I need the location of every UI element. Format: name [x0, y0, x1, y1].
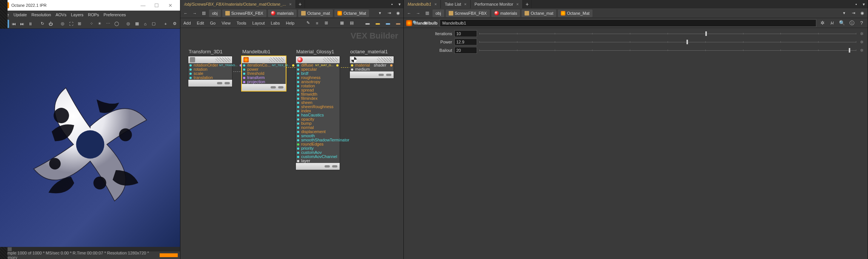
box2-icon[interactable]: ▬ [396, 21, 400, 25]
tab-close-icon[interactable]: × [289, 2, 291, 6]
pane-max-icon[interactable]: ▾ [396, 2, 403, 7]
param-slider[interactable] [479, 31, 856, 36]
crumb-octane-mat[interactable]: Octane_mat [522, 9, 556, 17]
home-icon[interactable]: ⌂ [142, 20, 149, 28]
box-icon[interactable]: ▢ [150, 20, 157, 28]
menu-go[interactable]: Go [210, 21, 216, 25]
target-icon[interactable]: ◎ [59, 20, 66, 28]
tab-takelist[interactable]: Take List× [441, 0, 471, 8]
filter-icon[interactable]: 🔍 [838, 20, 846, 26]
gears-icon[interactable]: ⚙ [171, 20, 179, 28]
crumb-octane-mat[interactable]: Octane_mat [298, 9, 333, 17]
crumb-screwsfbx[interactable]: ScrewsFBX_FBX [222, 9, 266, 17]
refresh-icon[interactable]: ↻ [38, 20, 46, 28]
param-value-input[interactable] [454, 39, 477, 45]
tab-close-icon[interactable]: × [434, 2, 437, 6]
crumb-octane-mat2[interactable]: Octane_Mat [558, 9, 593, 17]
tab-add-button[interactable]: + [523, 0, 532, 8]
pane-max-icon[interactable]: ▾ [860, 2, 868, 7]
tab-close-icon[interactable]: × [464, 2, 466, 6]
camera-icon[interactable]: ◉ [424, 20, 428, 25]
skip-back-icon[interactable]: ⏮ [10, 20, 17, 28]
tab-node-editor[interactable]: /obj/ScrewsFBX_FBX/materials/Octane_mat/… [180, 0, 296, 8]
grid-view-icon[interactable]: ▦ [340, 20, 344, 25]
menu-resolution[interactable]: Resolution [31, 12, 51, 17]
crumb-obj[interactable]: obj [432, 9, 444, 17]
power-icon[interactable]: ⏻ [47, 20, 54, 28]
param-value-input[interactable] [454, 47, 477, 54]
nav-fwd-icon[interactable]: → [414, 9, 422, 17]
node-name-input[interactable] [440, 19, 816, 27]
flag2-icon[interactable]: ▬ [386, 21, 390, 25]
capture-icon[interactable]: ◉ [394, 9, 402, 17]
node-material-glossy[interactable]: Material_Glossy1 diffuseNT_MAT_G...specu… [295, 49, 340, 170]
menu-edit[interactable]: Edit [197, 21, 204, 25]
pin-icon[interactable]: ⇥ [385, 9, 393, 17]
nav-back-icon[interactable]: ← [405, 9, 413, 17]
wand-icon[interactable]: ✎ [306, 20, 310, 25]
menu-labs[interactable]: Labs [271, 21, 280, 25]
grid-icon[interactable]: ▦ [133, 20, 141, 28]
circle-icon[interactable]: ◯ [113, 20, 120, 28]
pause-icon[interactable]: ⏸ [27, 20, 34, 28]
menu-rops[interactable]: ROPs [88, 12, 99, 17]
menu-tools[interactable]: Tools [237, 21, 246, 25]
nav-hier-icon[interactable]: ▥ [200, 9, 208, 17]
h-icon[interactable]: H [828, 20, 836, 26]
minimize-button[interactable]: — [136, 3, 150, 8]
help-icon[interactable]: ? [858, 20, 865, 26]
param-slider[interactable] [479, 48, 856, 53]
node-param[interactable]: projection [242, 80, 286, 84]
param-slider[interactable] [479, 39, 856, 45]
node-octane-material[interactable]: octane_material1 materialshadermedium [349, 49, 394, 79]
param-gear-icon[interactable]: ✲ [859, 40, 865, 45]
node-canvas[interactable]: VEX Builder Transform_3D1 rotationOrderN… [180, 28, 403, 259]
render-viewport[interactable] [0, 29, 180, 247]
skip-fwd-icon[interactable]: ⏭ [18, 20, 26, 28]
param-value-input[interactable] [454, 30, 477, 37]
node-mandelbulb[interactable]: Mandelbulb1 iterationCo...NT_TEX_M...pow… [242, 49, 286, 91]
ring-icon[interactable]: ◎ [125, 20, 132, 28]
flag1-icon[interactable]: ▬ [366, 21, 370, 25]
list-icon[interactable]: ≡ [316, 21, 318, 25]
pane-menu-icon[interactable]: ▪ [388, 2, 396, 6]
node-param[interactable]: layer [296, 159, 340, 163]
tab-add-button[interactable]: + [296, 0, 305, 8]
crumb-screwsfbx[interactable]: ScrewsFBX_FBX [446, 9, 490, 17]
expand-icon[interactable]: ⛶ [67, 20, 75, 28]
nav-back-icon[interactable]: ← [182, 9, 189, 17]
sun-icon[interactable]: ☀ [96, 20, 103, 28]
list-view-icon[interactable]: ▤ [350, 20, 354, 25]
menu-view[interactable]: View [222, 21, 231, 25]
param-gear-icon[interactable]: ✲ [859, 48, 865, 53]
maximize-button[interactable]: ☐ [150, 3, 163, 8]
menu-help[interactable]: Help [286, 21, 294, 25]
add-icon[interactable]: ⊞ [75, 20, 83, 28]
menu-aovs[interactable]: AOVs [55, 12, 66, 17]
crumb-materials[interactable]: materials [491, 9, 520, 17]
menu-layers[interactable]: Layers [71, 12, 83, 17]
tab-perfmon[interactable]: Performance Monitor× [471, 0, 523, 8]
menu-preferences[interactable]: Preferences [103, 12, 126, 17]
info-icon[interactable]: ⓘ [848, 20, 856, 26]
capture-icon[interactable]: ◉ [859, 9, 866, 17]
search-icon[interactable]: 🔍 [412, 20, 418, 25]
close-button[interactable]: ✕ [163, 3, 177, 8]
focus-icon[interactable]: ⁘ [88, 20, 95, 28]
node-transform3d[interactable]: Transform_3D1 rotationOrderNT_TRANS...ro… [188, 49, 232, 87]
param-gear-icon[interactable]: ✲ [859, 31, 865, 36]
menu-layout[interactable]: Layout [252, 21, 265, 25]
tree-icon[interactable]: ⊞ [325, 20, 328, 25]
crumb-materials[interactable]: materials [268, 9, 297, 17]
note-icon[interactable]: ▬ [376, 21, 380, 25]
more-icon[interactable]: ⋯ [104, 20, 112, 28]
crumb-octane-mat2[interactable]: Octane_Mat [334, 9, 369, 17]
path-drop-icon[interactable]: ▾ [376, 9, 384, 17]
node-param[interactable]: translation [188, 76, 232, 80]
menu-add[interactable]: Add [183, 21, 191, 25]
crumb-obj[interactable]: obj [209, 9, 221, 17]
nav-fwd-icon[interactable]: → [191, 9, 199, 17]
pane-menu-icon[interactable]: ▪ [853, 2, 860, 6]
plus-icon[interactable]: + [162, 20, 169, 28]
menu-update[interactable]: Update [14, 12, 27, 17]
